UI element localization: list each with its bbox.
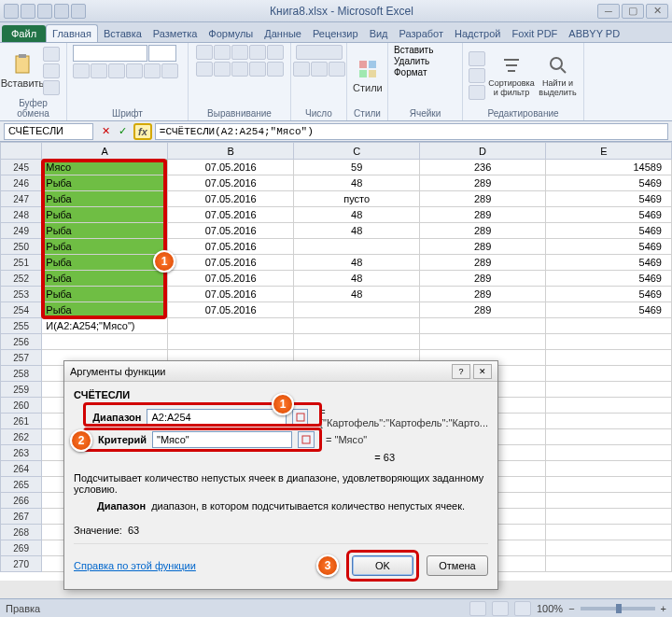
row-header[interactable]: 263 [1, 445, 42, 461]
zoom-slider[interactable] [581, 607, 655, 610]
row-header[interactable]: 269 [1, 540, 42, 556]
cell[interactable]: 07.05.2016 [168, 160, 294, 175]
cell[interactable]: Рыба [42, 302, 168, 318]
select-all-corner[interactable] [1, 143, 42, 160]
cell[interactable]: 289 [420, 255, 546, 271]
cell[interactable] [294, 334, 420, 350]
cell[interactable] [546, 398, 672, 414]
cell[interactable]: Мясо [42, 160, 168, 175]
file-tab[interactable]: Файл [2, 25, 46, 42]
fill-color-icon[interactable] [144, 63, 161, 78]
dialog-close-icon[interactable]: ✕ [473, 364, 492, 379]
col-header-c[interactable]: C [294, 143, 420, 160]
format-painter-icon[interactable] [43, 80, 60, 95]
redo-icon[interactable] [54, 4, 69, 19]
cancel-formula-icon[interactable]: ✕ [98, 124, 113, 139]
row-header[interactable]: 268 [1, 525, 42, 540]
cell[interactable] [546, 318, 672, 334]
row-header[interactable]: 256 [1, 334, 42, 350]
cell[interactable]: 5469 [546, 287, 672, 302]
orientation-icon[interactable] [249, 45, 266, 60]
row-header[interactable]: 255 [1, 318, 42, 334]
cell[interactable]: 289 [420, 239, 546, 255]
cell[interactable] [546, 461, 672, 477]
cell[interactable]: 289 [420, 271, 546, 287]
bold-icon[interactable] [73, 63, 90, 78]
formula-input[interactable]: =СЧЁТЕСЛИ(A2:A254;"Мясо") [155, 123, 668, 140]
merge-icon[interactable] [267, 62, 284, 77]
cell[interactable]: И(A2:A254;"Мясо") [42, 318, 168, 334]
cell[interactable] [546, 350, 672, 366]
zoom-level[interactable]: 100% [537, 603, 563, 614]
cell[interactable]: 07.05.2016 [168, 207, 294, 223]
tab-layout[interactable]: Разметка [147, 25, 203, 42]
cell[interactable]: Рыба [42, 207, 168, 223]
cancel-button[interactable]: Отмена [427, 555, 488, 576]
copy-icon[interactable] [43, 63, 60, 78]
cell[interactable]: Рыба [42, 175, 168, 191]
insert-cells-button[interactable]: Вставить [394, 45, 433, 55]
col-header-b[interactable]: B [168, 143, 294, 160]
dialog-help-icon[interactable]: ? [452, 364, 470, 379]
arg1-input[interactable] [147, 409, 287, 426]
enter-formula-icon[interactable]: ✓ [115, 124, 130, 139]
sort-filter-button[interactable]: Сортировка и фильтр [489, 52, 534, 99]
row-header[interactable]: 248 [1, 207, 42, 223]
row-header[interactable]: 254 [1, 302, 42, 318]
cell[interactable] [546, 493, 672, 509]
cell[interactable] [168, 334, 294, 350]
delete-cells-button[interactable]: Удалить [394, 56, 429, 66]
save-icon[interactable] [21, 4, 35, 19]
zoom-in-button[interactable]: + [661, 603, 666, 614]
tab-addins[interactable]: Надстрой [449, 25, 506, 42]
function-help-link[interactable]: Справка по этой функции [74, 560, 196, 571]
cell[interactable]: 289 [420, 287, 546, 302]
cell[interactable] [294, 318, 420, 334]
font-size-select[interactable] [148, 45, 176, 62]
cell[interactable]: 5469 [546, 191, 672, 207]
view-normal-icon[interactable] [469, 601, 486, 616]
cell[interactable]: 48 [294, 255, 420, 271]
cell[interactable]: Рыба [42, 255, 168, 271]
cell[interactable]: 5469 [546, 255, 672, 271]
align-right-icon[interactable] [231, 62, 248, 77]
cell[interactable]: пусто [294, 191, 420, 207]
tab-developer[interactable]: Разработ [394, 25, 449, 42]
row-header[interactable]: 250 [1, 239, 42, 255]
row-header[interactable]: 261 [1, 414, 42, 429]
tab-data[interactable]: Данные [259, 25, 307, 42]
cut-icon[interactable] [43, 47, 60, 62]
align-middle-icon[interactable] [214, 45, 231, 60]
cell[interactable]: 289 [420, 302, 546, 318]
cell[interactable]: 289 [420, 223, 546, 239]
tab-view[interactable]: Вид [364, 25, 394, 42]
cell[interactable] [546, 477, 672, 493]
cell[interactable] [546, 414, 672, 429]
cell[interactable] [420, 334, 546, 350]
cell[interactable] [546, 382, 672, 398]
cell[interactable]: Рыба [42, 191, 168, 207]
cell[interactable] [294, 239, 420, 255]
cell[interactable]: 07.05.2016 [168, 175, 294, 191]
row-header[interactable]: 251 [1, 255, 42, 271]
styles-button[interactable]: Стили [353, 52, 383, 99]
row-header[interactable]: 252 [1, 271, 42, 287]
row-header[interactable]: 246 [1, 175, 42, 191]
view-pagebreak-icon[interactable] [514, 601, 531, 616]
name-box[interactable]: СЧЁТЕСЛИ [4, 123, 93, 140]
number-format-select[interactable] [296, 45, 343, 60]
cell[interactable]: Рыба [42, 271, 168, 287]
cell[interactable]: 59 [294, 160, 420, 175]
dialog-titlebar[interactable]: Аргументы функции ? ✕ [64, 361, 497, 382]
cell[interactable]: 5469 [546, 175, 672, 191]
align-center-icon[interactable] [214, 62, 231, 77]
minimize-button[interactable]: ─ [597, 4, 620, 19]
tab-insert[interactable]: Вставка [98, 25, 147, 42]
wrap-text-icon[interactable] [267, 45, 284, 60]
row-header[interactable]: 260 [1, 398, 42, 414]
close-button[interactable]: ✕ [646, 4, 668, 19]
arg2-collapse-icon[interactable] [298, 431, 315, 448]
tab-formulas[interactable]: Формулы [203, 25, 259, 42]
cell[interactable] [168, 318, 294, 334]
row-header[interactable]: 247 [1, 191, 42, 207]
